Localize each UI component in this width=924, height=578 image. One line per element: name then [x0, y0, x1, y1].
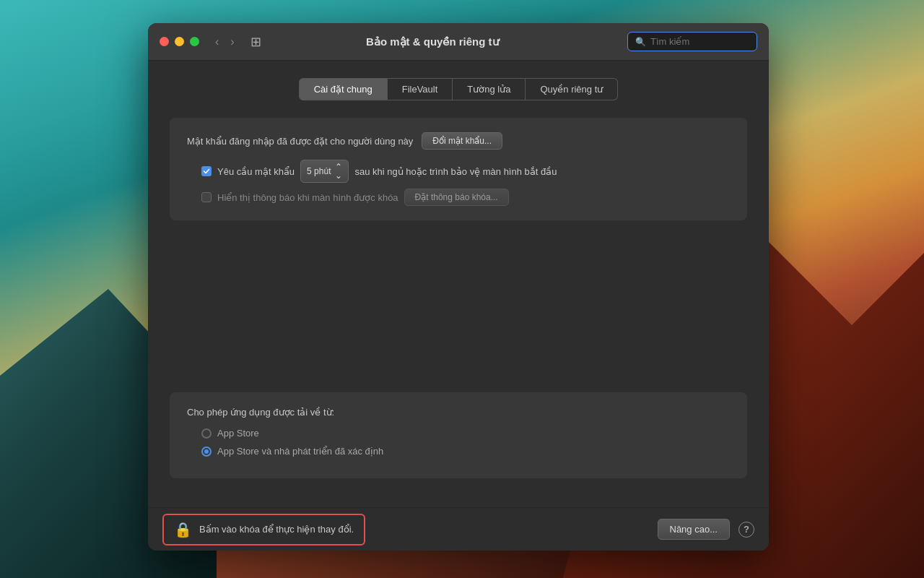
change-password-button[interactable]: Đổi mật khẩu... — [422, 132, 502, 150]
require-password-label: Yêu cầu mật khẩu — [217, 166, 295, 177]
tab-firewall[interactable]: Tường lửa — [453, 78, 526, 100]
radio-appstore-devs[interactable] — [201, 447, 212, 457]
password-set-label: Mật khẩu đăng nhập đã được đặt cho người… — [187, 136, 413, 147]
show-message-row: Hiển thị thông báo khi màn hình được khó… — [187, 189, 730, 206]
search-input[interactable] — [650, 36, 749, 47]
tab-general[interactable]: Cài đặt chung — [299, 78, 388, 100]
radio-appstore[interactable] — [201, 428, 212, 439]
traffic-lights — [160, 37, 199, 46]
advanced-button[interactable]: Nâng cao... — [658, 519, 731, 540]
password-section: Mật khẩu đăng nhập đã được đặt cho người… — [170, 118, 747, 220]
select-arrow-icon: ⌃⌄ — [335, 163, 342, 180]
content-area: Cài đặt chung FileVault Tường lửa Quyền … — [148, 61, 769, 507]
close-button[interactable] — [160, 37, 169, 46]
window-title: Bảo mật & quyền riêng tư — [267, 35, 598, 48]
lock-label: Bấm vào khóa để thực hiện thay đổi. — [199, 524, 354, 535]
show-message-label: Hiển thị thông báo khi màn hình được khó… — [217, 192, 398, 203]
time-value: 5 phút — [307, 166, 331, 176]
maximize-button[interactable] — [190, 37, 199, 46]
forward-button[interactable]: › — [226, 33, 238, 51]
downloads-section: Cho phép ứng dụng được tải về từ: App St… — [170, 392, 747, 478]
bottom-bar: 🔒 Bấm vào khóa để thực hiện thay đổi. Nâ… — [148, 507, 769, 551]
password-set-row: Mật khẩu đăng nhập đã được đặt cho người… — [187, 132, 730, 150]
search-icon: 🔍 — [635, 37, 646, 47]
lock-button[interactable]: 🔒 Bấm vào khóa để thực hiện thay đổi. — [162, 514, 365, 545]
set-message-button[interactable]: Đặt thông báo khóa... — [404, 189, 509, 206]
help-button[interactable]: ? — [738, 522, 754, 538]
lock-icon: 🔒 — [174, 521, 192, 538]
back-button[interactable]: ‹ — [211, 33, 223, 51]
grid-button[interactable]: ⊞ — [245, 31, 267, 53]
radio-appstore-label: App Store — [217, 428, 259, 439]
tab-privacy[interactable]: Quyền riêng tư — [526, 78, 618, 100]
nav-buttons: ‹ › — [211, 33, 239, 51]
minimize-button[interactable] — [175, 37, 184, 46]
tab-filevault[interactable]: FileVault — [388, 78, 453, 100]
require-password-row: Yêu cầu mật khẩu 5 phút ⌃⌄ sau khi ngủ h… — [187, 160, 730, 183]
search-box[interactable]: 🔍 — [627, 32, 757, 51]
content-spacer — [170, 232, 747, 392]
tabs-bar: Cài đặt chung FileVault Tường lửa Quyền … — [170, 78, 747, 100]
radio-appstore-row: App Store — [187, 428, 730, 439]
time-select[interactable]: 5 phút ⌃⌄ — [300, 160, 349, 183]
after-sleep-label: sau khi ngủ hoặc trình bảo vệ màn hình b… — [354, 166, 557, 177]
show-message-checkbox[interactable] — [201, 192, 212, 202]
downloads-label: Cho phép ứng dụng được tải về từ: — [187, 407, 730, 418]
titlebar: ‹ › ⊞ Bảo mật & quyền riêng tư 🔍 — [148, 23, 769, 61]
require-password-checkbox[interactable] — [201, 166, 212, 176]
radio-appstore-devs-label: App Store và nhà phát triển đã xác định — [217, 446, 383, 457]
settings-window: ‹ › ⊞ Bảo mật & quyền riêng tư 🔍 Cài đặt… — [148, 23, 769, 551]
radio-appstore-devs-row: App Store và nhà phát triển đã xác định — [187, 446, 730, 457]
